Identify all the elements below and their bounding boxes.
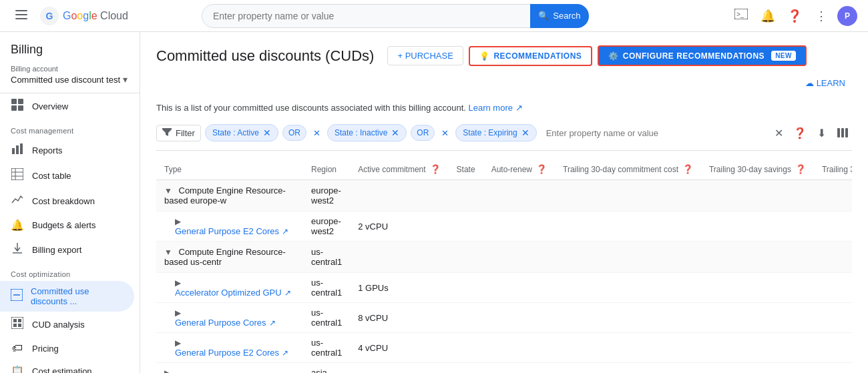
menu-button[interactable] bbox=[11, 5, 32, 27]
auto-renew-cell bbox=[483, 212, 555, 242]
type-link[interactable]: Accelerator Optimized GPU ↗ bbox=[175, 288, 295, 298]
filter-help-btn[interactable]: ❓ bbox=[791, 123, 809, 142]
region-cell: asia-east1 bbox=[303, 363, 350, 374]
user-avatar[interactable]: P bbox=[837, 6, 857, 26]
cost-cell bbox=[555, 303, 701, 333]
columns-btn[interactable] bbox=[833, 123, 852, 142]
or-close-1[interactable]: ✕ bbox=[310, 127, 323, 139]
svg-rect-13 bbox=[20, 143, 23, 154]
sidebar-item-overview[interactable]: Overview bbox=[0, 93, 134, 119]
table-row: ▶ General Purpose E2 Cores ↗ us-central1… bbox=[156, 333, 852, 363]
billing-account-name[interactable]: Committed use discount test ▾ bbox=[11, 74, 129, 85]
state-cell bbox=[449, 363, 483, 374]
page-title: Committed use discounts (CUDs) bbox=[156, 47, 374, 65]
sidebar-item-cost-breakdown[interactable]: Cost breakdown bbox=[0, 188, 134, 214]
filter-chip-close-expiring[interactable]: ✕ bbox=[521, 127, 529, 138]
filter-chip-close-inactive[interactable]: ✕ bbox=[391, 127, 399, 138]
hamburger-icon bbox=[15, 9, 27, 23]
filter-chip-expiring[interactable]: State : Expiring ✕ bbox=[455, 124, 536, 141]
filter-actions: ✕ ❓ ⬇ bbox=[769, 123, 852, 142]
expand-icon[interactable]: ▶ bbox=[175, 338, 181, 348]
learn-button[interactable]: ☁ LEARN bbox=[799, 74, 852, 92]
configure-recommendations-button[interactable]: ⚙️ CONFIGURE RECOMMENDATIONS NEW bbox=[598, 45, 807, 66]
svg-rect-2 bbox=[15, 18, 27, 19]
or-chip-1: OR bbox=[282, 125, 306, 141]
region-cell: us-central1 bbox=[303, 273, 350, 303]
sidebar-item-cost-estimation[interactable]: 📋 Cost estimation bbox=[0, 360, 134, 373]
sidebar-item-cud-analysis[interactable]: CUD analysis bbox=[0, 312, 134, 337]
filter-input[interactable] bbox=[541, 125, 765, 141]
learn-more-link[interactable]: Learn more ↗ bbox=[469, 103, 523, 113]
type-cell: ▶ General Purpose E2 Cores ↗ bbox=[156, 333, 303, 363]
sidebar-item-label: Pricing bbox=[32, 344, 59, 354]
table-row: ▶ Cloud SQL Database VM ↗ asia-east1 $1.… bbox=[156, 363, 852, 374]
sidebar-item-committed-use-discounts[interactable]: Committed use discounts ... bbox=[0, 281, 134, 312]
commitment-cell: 8 vCPU bbox=[350, 303, 448, 333]
svg-text:>_: >_ bbox=[736, 11, 744, 18]
console-icon-btn[interactable]: >_ bbox=[730, 5, 752, 27]
cost-table-icon bbox=[11, 168, 24, 183]
expand-icon[interactable]: ▶ bbox=[175, 278, 181, 288]
reports-icon bbox=[11, 143, 24, 157]
svg-rect-23 bbox=[18, 319, 21, 322]
th-commitment-cost: Trailing 30-day commitment cost ❓ bbox=[555, 159, 701, 180]
utilization-cell: 6. bbox=[814, 363, 852, 374]
recommendations-button[interactable]: 💡 RECOMMENDATIONS bbox=[469, 46, 592, 66]
sidebar-item-label: Overview bbox=[32, 101, 68, 111]
sidebar-item-label: Cost estimation bbox=[32, 366, 92, 373]
expand-icon[interactable]: ▶ bbox=[164, 368, 170, 373]
purchase-button[interactable]: + PURCHASE bbox=[387, 46, 463, 65]
commitment-cell: 2 vCPU bbox=[350, 212, 448, 242]
svg-rect-28 bbox=[845, 128, 848, 137]
topbar-right: >_ 🔔 ❓ ⋮ P bbox=[730, 5, 857, 27]
collapse-icon[interactable]: ▼ bbox=[164, 248, 172, 257]
collapse-icon[interactable]: ▼ bbox=[164, 186, 172, 196]
cost-management-label: Cost management bbox=[0, 119, 140, 137]
type-cell: ▶ General Purpose Cores ↗ bbox=[156, 303, 303, 333]
description: This is a list of your committed use dis… bbox=[156, 103, 852, 113]
filter-icon bbox=[162, 128, 172, 138]
topbar: G Google Cloud 🔍 Search >_ 🔔 ❓ ⋮ P bbox=[0, 0, 868, 32]
filter-chip-active[interactable]: State : Active ✕ bbox=[205, 124, 278, 141]
help-icon-btn[interactable]: ❓ bbox=[784, 5, 805, 27]
expand-icon[interactable]: ▶ bbox=[175, 308, 181, 318]
group-region-cell: us-central1 bbox=[303, 242, 350, 273]
external-link-icon: ↗ bbox=[282, 227, 288, 236]
savings-help-icon[interactable]: ❓ bbox=[795, 164, 806, 174]
auto-renew-help-icon[interactable]: ❓ bbox=[536, 164, 547, 174]
search-button[interactable]: 🔍 Search bbox=[530, 4, 589, 28]
svg-rect-14 bbox=[11, 168, 23, 180]
type-link[interactable]: General Purpose E2 Cores ↗ bbox=[175, 348, 295, 358]
sidebar-item-budgets-alerts[interactable]: 🔔 Budgets & alerts bbox=[0, 214, 134, 237]
utilization-cell bbox=[814, 212, 852, 242]
sidebar-item-reports[interactable]: Reports bbox=[0, 137, 134, 163]
download-btn[interactable]: ⬇ bbox=[812, 123, 831, 142]
filter-button[interactable]: Filter bbox=[156, 125, 201, 141]
sidebar-item-label: Committed use discounts ... bbox=[31, 286, 124, 306]
expand-icon[interactable]: ▶ bbox=[175, 217, 181, 226]
sidebar-item-label: Cost table bbox=[32, 171, 71, 181]
console-icon: >_ bbox=[734, 9, 748, 23]
sidebar-item-billing-export[interactable]: Billing export bbox=[0, 237, 134, 262]
more-options-btn[interactable]: ⋮ bbox=[811, 5, 832, 27]
type-link[interactable]: General Purpose Cores ↗ bbox=[175, 318, 295, 328]
clear-filter-btn[interactable]: ✕ bbox=[769, 123, 788, 142]
commitment-cost-help-icon[interactable]: ❓ bbox=[682, 164, 693, 174]
active-commitment-help-icon[interactable]: ❓ bbox=[430, 164, 441, 174]
filter-chip-close-active[interactable]: ✕ bbox=[263, 127, 271, 138]
svg-rect-1 bbox=[15, 14, 27, 15]
auto-renew-cell bbox=[483, 363, 555, 374]
sidebar-item-cost-table[interactable]: Cost table bbox=[0, 163, 134, 188]
type-link[interactable]: General Purpose E2 Cores ↗ bbox=[175, 226, 295, 236]
budgets-icon: 🔔 bbox=[11, 219, 24, 232]
filter-bar: Filter State : Active ✕ OR ✕ State : Ina… bbox=[156, 123, 852, 151]
savings-cell bbox=[701, 273, 814, 303]
table-row: ▼ Compute Engine Resource-based us-centr… bbox=[156, 242, 852, 273]
sidebar-item-pricing[interactable]: 🏷 Pricing bbox=[0, 337, 134, 360]
state-cell bbox=[449, 273, 483, 303]
filter-chip-inactive[interactable]: State : Inactive ✕ bbox=[327, 124, 407, 141]
cost-optimization-label: Cost optimization bbox=[0, 262, 140, 281]
notifications-icon-btn[interactable]: 🔔 bbox=[757, 5, 779, 27]
type-cell: ▶ Cloud SQL Database VM ↗ bbox=[156, 363, 303, 374]
or-close-2[interactable]: ✕ bbox=[439, 127, 451, 139]
